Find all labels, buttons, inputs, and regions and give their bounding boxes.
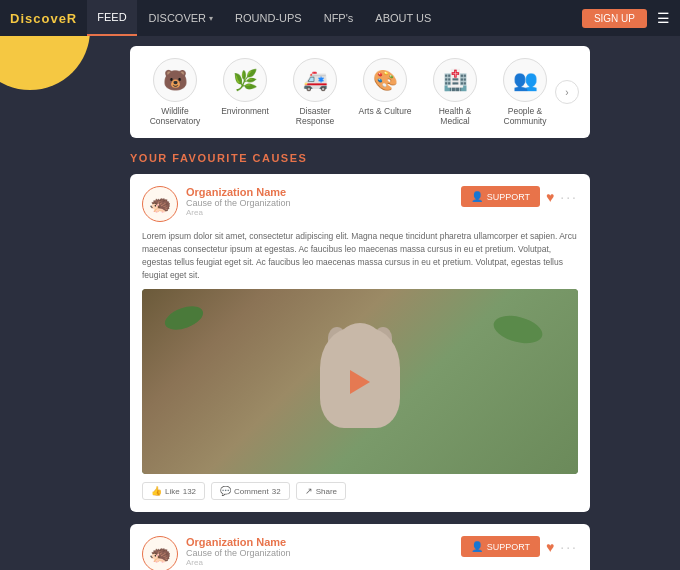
category-health[interactable]: 🏥 Health & Medical — [425, 58, 485, 126]
leaf-decoration-1 — [162, 302, 206, 334]
chevron-down-icon: ▾ — [209, 14, 213, 23]
section-title: YOUR FAVOURITE CAUSES — [130, 152, 590, 164]
org-name-2: Organization Name — [186, 536, 453, 548]
org-area-1: Area — [186, 208, 453, 217]
post-card-2: 🦔 Organization Name Cause of the Organiz… — [130, 524, 590, 570]
health-icon: 🏥 — [433, 58, 477, 102]
person-icon-2: 👤 — [471, 541, 483, 552]
category-environment[interactable]: 🌿 Environment — [215, 58, 275, 126]
play-button-1[interactable] — [350, 370, 370, 394]
post-header-2: 🦔 Organization Name Cause of the Organiz… — [142, 536, 578, 570]
heart-button-2[interactable]: ♥ — [546, 539, 554, 555]
nav-item-discover[interactable]: DISCOVER ▾ — [139, 0, 223, 36]
environment-icon: 🌿 — [223, 58, 267, 102]
arts-icon: 🎨 — [363, 58, 407, 102]
support-button-1[interactable]: 👤 SUPPORT — [461, 186, 540, 207]
like-button-1[interactable]: 👍 Like 132 — [142, 482, 205, 500]
nav-item-feed[interactable]: FEED — [87, 0, 136, 36]
category-health-label: Health & Medical — [425, 106, 485, 126]
categories-list: 🐻 Wildlife Conservatory 🌿 Environment 🚑 … — [145, 58, 555, 126]
categories-card: 🐻 Wildlife Conservatory 🌿 Environment 🚑 … — [130, 46, 590, 138]
share-button-1[interactable]: ↗ Share — [296, 482, 346, 500]
like-icon: 👍 — [151, 486, 162, 496]
comment-button-1[interactable]: 💬 Comment 32 — [211, 482, 290, 500]
main-content: 🐻 Wildlife Conservatory 🌿 Environment 🚑 … — [0, 36, 680, 570]
share-icon: ↗ — [305, 486, 313, 496]
org-info-1: Organization Name Cause of the Organizat… — [186, 186, 453, 217]
post-actions-right-2: 👤 SUPPORT ♥ ··· — [461, 536, 578, 557]
category-wildlife-label: Wildlife Conservatory — [145, 106, 205, 126]
category-disaster[interactable]: 🚑 Disaster Response — [285, 58, 345, 126]
nav-item-about[interactable]: ABOUT US — [365, 0, 441, 36]
post-header-1: 🦔 Organization Name Cause of the Organiz… — [142, 186, 578, 222]
category-environment-label: Environment — [221, 106, 269, 116]
wildlife-icon: 🐻 — [153, 58, 197, 102]
category-community[interactable]: 👥 People & Community — [495, 58, 555, 126]
category-arts[interactable]: 🎨 Arts & Culture — [355, 58, 415, 126]
main-nav: DiscoveR FEED DISCOVER ▾ ROUND-UPS NFP's… — [0, 0, 680, 36]
category-community-label: People & Community — [495, 106, 555, 126]
org-cause-2: Cause of the Organization — [186, 548, 453, 558]
hamburger-icon[interactable]: ☰ — [657, 10, 670, 26]
post-actions-right-1: 👤 SUPPORT ♥ ··· — [461, 186, 578, 207]
category-disaster-label: Disaster Response — [285, 106, 345, 126]
nav-item-roundups[interactable]: ROUND-UPS — [225, 0, 312, 36]
heart-button-1[interactable]: ♥ — [546, 189, 554, 205]
post-card-1: 🦔 Organization Name Cause of the Organiz… — [130, 174, 590, 512]
nav-right: SIGN UP ☰ — [582, 9, 670, 28]
signup-button[interactable]: SIGN UP — [582, 9, 647, 28]
app-logo: DiscoveR — [10, 11, 77, 26]
nav-item-nfps[interactable]: NFP's — [314, 0, 364, 36]
leaf-decoration-2 — [491, 311, 546, 348]
org-avatar-1: 🦔 — [142, 186, 178, 222]
nav-items: FEED DISCOVER ▾ ROUND-UPS NFP's ABOUT US — [87, 0, 582, 36]
org-cause-1: Cause of the Organization — [186, 198, 453, 208]
org-area-2: Area — [186, 558, 453, 567]
post-media-1 — [142, 289, 578, 474]
post-footer-1: 👍 Like 132 💬 Comment 32 ↗ Share — [142, 482, 578, 500]
org-name-1: Organization Name — [186, 186, 453, 198]
post-options-2[interactable]: ··· — [560, 539, 578, 555]
category-wildlife[interactable]: 🐻 Wildlife Conservatory — [145, 58, 205, 126]
post-text-1: Lorem ipsum dolor sit amet, consectetur … — [142, 230, 578, 281]
categories-next-arrow[interactable]: › — [555, 80, 579, 104]
org-info-2: Organization Name Cause of the Organizat… — [186, 536, 453, 567]
comment-icon: 💬 — [220, 486, 231, 496]
category-arts-label: Arts & Culture — [359, 106, 412, 116]
community-icon: 👥 — [503, 58, 547, 102]
person-icon-1: 👤 — [471, 191, 483, 202]
support-button-2[interactable]: 👤 SUPPORT — [461, 536, 540, 557]
org-avatar-2: 🦔 — [142, 536, 178, 570]
disaster-icon: 🚑 — [293, 58, 337, 102]
post-options-1[interactable]: ··· — [560, 189, 578, 205]
